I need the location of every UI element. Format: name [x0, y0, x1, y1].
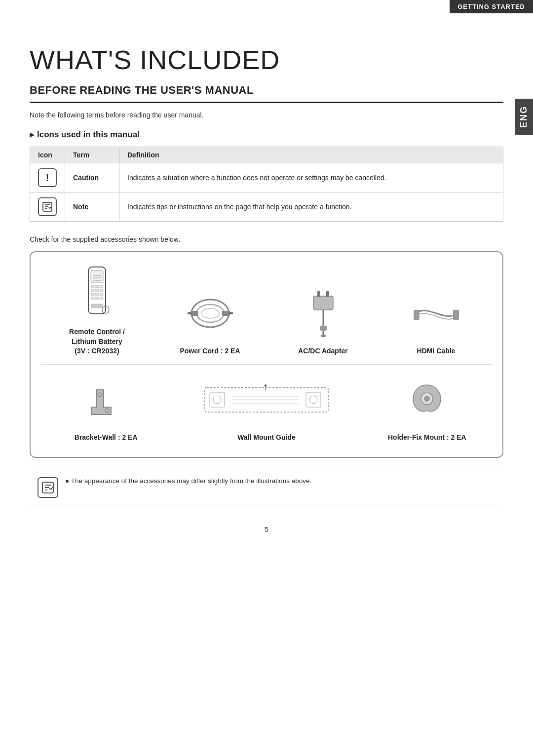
- page-title: WHAT'S INCLUDED: [30, 44, 503, 75]
- svg-rect-9: [91, 285, 94, 288]
- svg-rect-28: [222, 311, 230, 316]
- note-box-icon: [38, 477, 58, 498]
- note-term: Note: [65, 192, 119, 222]
- remote-control-label: Remote Control / Lithium Battery (3V : C…: [69, 327, 125, 356]
- svg-rect-14: [100, 289, 103, 292]
- holder-fix-mount-image: [407, 373, 447, 427]
- table-header-term: Term: [65, 147, 119, 163]
- icons-heading: Icons used in this manual: [30, 130, 503, 140]
- accessories-row-1: Remote Control / Lithium Battery (3V : C…: [40, 267, 493, 356]
- note-box: ● The appearance of the accessories may …: [30, 470, 503, 505]
- caution-icon: !: [38, 168, 57, 187]
- caution-term: Caution: [65, 163, 119, 192]
- svg-rect-38: [453, 310, 459, 320]
- getting-started-label: GETTING STARTED: [450, 0, 533, 13]
- accessories-row-separator: [40, 364, 493, 365]
- svg-rect-29: [229, 312, 233, 314]
- table-row: ! Caution Indicates a situation where a …: [30, 163, 503, 192]
- svg-point-46: [309, 396, 317, 404]
- svg-rect-5: [91, 270, 103, 283]
- svg-marker-51: [264, 384, 267, 386]
- accessory-hdmi-cable: HDMI Cable: [387, 286, 486, 356]
- icons-table: Icon Term Definition ! Caution Indicates…: [30, 147, 503, 222]
- note-content: ● The appearance of the accessories may …: [65, 477, 311, 485]
- page-number: 5: [30, 525, 503, 533]
- svg-rect-15: [91, 293, 94, 296]
- accessory-wall-mount-guide: Wall Mount Guide: [188, 373, 345, 443]
- svg-rect-16: [95, 293, 99, 296]
- svg-rect-26: [190, 311, 198, 316]
- wall-mount-guide-image: [197, 373, 336, 427]
- intro-text: Note the following terms before reading …: [30, 111, 503, 119]
- svg-rect-43: [210, 392, 225, 407]
- bracket-wall-label: Bracket-Wall : 2 EA: [75, 433, 138, 443]
- check-text: Check for the supplied accessories shown…: [30, 235, 503, 243]
- power-cord-image: [186, 286, 235, 340]
- svg-rect-27: [188, 312, 191, 314]
- svg-rect-36: [321, 335, 326, 337]
- accessories-row-2: Bracket-Wall : 2 EA: [40, 373, 493, 443]
- svg-rect-17: [100, 293, 103, 296]
- svg-point-24: [196, 304, 224, 322]
- accessory-remote-control: Remote Control / Lithium Battery (3V : C…: [48, 267, 147, 356]
- holder-fix-mount-label: Holder-Fix Mount : 2 EA: [388, 433, 466, 443]
- svg-rect-13: [95, 289, 99, 292]
- accessory-bracket-wall: Bracket-Wall : 2 EA: [57, 373, 155, 443]
- note-icon: [38, 197, 57, 216]
- svg-rect-12: [91, 289, 94, 292]
- svg-rect-37: [414, 310, 419, 320]
- wall-mount-guide-label: Wall Mount Guide: [237, 433, 296, 443]
- accessory-power-cord: Power Cord : 2 EA: [161, 286, 260, 356]
- note-text: The appearance of the accessories may di…: [71, 477, 312, 485]
- svg-rect-11: [100, 285, 103, 288]
- svg-rect-32: [326, 291, 329, 297]
- table-header-icon: Icon: [30, 147, 65, 163]
- svg-rect-21: [91, 304, 103, 308]
- caution-definition: Indicates a situation where a function d…: [119, 163, 503, 192]
- ac-dc-adapter-image: [301, 286, 345, 340]
- svg-rect-34: [320, 326, 327, 331]
- table-row: Note Indicates tips or instructions on t…: [30, 192, 503, 222]
- eng-tab: ENG: [515, 99, 533, 135]
- svg-rect-45: [306, 392, 321, 407]
- svg-point-25: [201, 308, 219, 318]
- svg-rect-30: [313, 296, 333, 310]
- note-icon-cell: [30, 192, 65, 222]
- section-heading: BEFORE READING THE USER'S MANUAL: [30, 84, 503, 103]
- accessory-holder-fix-mount: Holder-Fix Mount : 2 EA: [378, 373, 476, 443]
- svg-rect-18: [91, 297, 94, 300]
- page-container: GETTING STARTED ENG WHAT'S INCLUDED BEFO…: [0, 0, 533, 563]
- caution-icon-cell: !: [30, 163, 65, 192]
- hdmi-cable-label: HDMI Cable: [417, 346, 456, 356]
- note-definition: Indicates tips or instructions on the pa…: [119, 192, 503, 222]
- remote-control-image: [81, 267, 113, 321]
- hdmi-cable-image: [412, 286, 461, 340]
- svg-rect-20: [100, 297, 103, 300]
- accessories-box: Remote Control / Lithium Battery (3V : C…: [30, 251, 503, 458]
- svg-point-44: [213, 396, 221, 404]
- ac-dc-adapter-label: AC/DC Adapter: [298, 346, 348, 356]
- svg-point-53: [424, 396, 430, 402]
- bracket-wall-image: [84, 373, 128, 427]
- table-header-definition: Definition: [119, 147, 503, 163]
- accessory-ac-dc-adapter: AC/DC Adapter: [274, 286, 373, 356]
- svg-rect-10: [95, 285, 99, 288]
- note-bullet: ●: [65, 477, 71, 485]
- power-cord-label: Power Cord : 2 EA: [180, 346, 240, 356]
- svg-rect-31: [317, 291, 320, 297]
- svg-rect-19: [95, 297, 99, 300]
